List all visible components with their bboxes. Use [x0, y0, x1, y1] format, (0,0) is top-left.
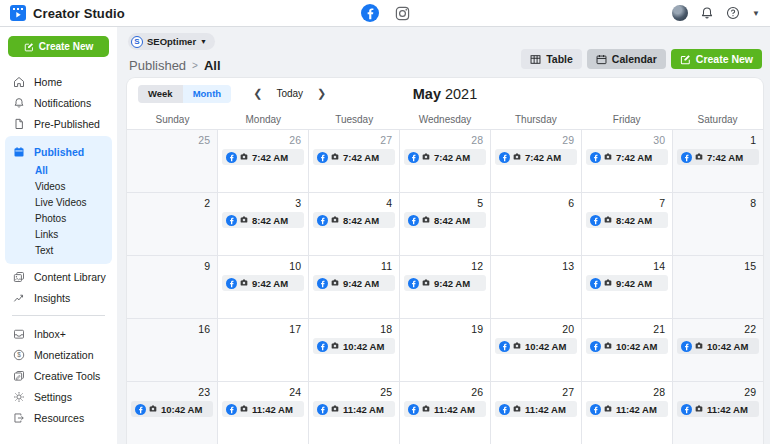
post-chip[interactable]: 8:42 AM	[586, 212, 668, 228]
post-chip[interactable]: 9:42 AM	[586, 275, 668, 291]
post-time: 10:42 AM	[161, 404, 202, 415]
calendar-day-cell[interactable]: 129:42 AM	[400, 256, 491, 318]
calendar-day-cell[interactable]: 277:42 AM	[309, 130, 400, 192]
post-chip[interactable]: 10:42 AM	[313, 338, 395, 354]
calendar-day-cell[interactable]: 8	[673, 193, 763, 255]
calendar-view-button[interactable]: Calendar	[587, 49, 666, 69]
avatar[interactable]	[672, 5, 688, 21]
sidebar-subitem-text[interactable]: Text	[5, 242, 112, 258]
camera-icon	[604, 153, 613, 161]
calendar-day-cell[interactable]: 2	[127, 193, 218, 255]
table-view-button[interactable]: Table	[521, 49, 582, 69]
calendar-day-cell[interactable]: 2811:42 AM	[582, 382, 673, 444]
calendar-day-cell[interactable]: 2511:42 AM	[309, 382, 400, 444]
post-chip[interactable]: 7:42 AM	[222, 149, 304, 165]
sidebar-subitem-all[interactable]: All	[5, 162, 112, 178]
calendar-day-cell[interactable]: 17	[218, 319, 309, 381]
page-selector[interactable]: S SEOptimer ▼	[128, 33, 215, 50]
sidebar-create-new-button[interactable]: Create New	[8, 36, 109, 57]
breadcrumb-parent[interactable]: Published	[129, 58, 186, 73]
post-chip[interactable]: 7:42 AM	[404, 149, 486, 165]
calendar-day-cell[interactable]: 6	[491, 193, 582, 255]
today-button[interactable]: Today	[276, 88, 303, 99]
post-chip[interactable]: 11:42 AM	[404, 401, 486, 417]
sidebar-item-inbox[interactable]: Inbox+	[0, 323, 117, 344]
sidebar-item-monetization[interactable]: $ Monetization	[0, 344, 117, 365]
post-chip[interactable]: 11:42 AM	[677, 401, 759, 417]
post-chip[interactable]: 11:42 AM	[222, 401, 304, 417]
calendar-day-cell[interactable]: 2110:42 AM	[582, 319, 673, 381]
calendar-day-cell[interactable]: 19	[400, 319, 491, 381]
facebook-icon[interactable]	[361, 4, 379, 22]
post-chip[interactable]: 7:42 AM	[677, 149, 759, 165]
chevron-down-icon[interactable]: ▼	[752, 9, 760, 18]
post-chip[interactable]: 10:42 AM	[586, 338, 668, 354]
calendar-day-cell[interactable]: 2210:42 AM	[673, 319, 763, 381]
sidebar-item-notifications[interactable]: Notifications	[0, 92, 117, 113]
calendar-day-cell[interactable]: 38:42 AM	[218, 193, 309, 255]
post-chip[interactable]: 10:42 AM	[495, 338, 577, 354]
sidebar-item-settings[interactable]: Settings	[0, 386, 117, 407]
post-chip[interactable]: 7:42 AM	[586, 149, 668, 165]
calendar-day-cell[interactable]: 2611:42 AM	[400, 382, 491, 444]
sidebar-subitem-photos[interactable]: Photos	[5, 210, 112, 226]
calendar-day-cell[interactable]: 78:42 AM	[582, 193, 673, 255]
calendar-day-cell[interactable]: 15	[673, 256, 763, 318]
calendar-day-cell[interactable]: 2911:42 AM	[673, 382, 763, 444]
calendar-day-cell[interactable]: 307:42 AM	[582, 130, 673, 192]
calendar-day-cell[interactable]: 109:42 AM	[218, 256, 309, 318]
calendar-day-cell[interactable]: 17:42 AM	[673, 130, 763, 192]
post-time: 8:42 AM	[434, 215, 470, 226]
help-icon[interactable]	[726, 6, 740, 20]
post-chip[interactable]: 9:42 AM	[404, 275, 486, 291]
sidebar-subitem-live-videos[interactable]: Live Videos	[5, 194, 112, 210]
create-new-button[interactable]: Create New	[671, 49, 762, 69]
sidebar-item-published[interactable]: Published	[5, 141, 112, 162]
post-chip[interactable]: 7:42 AM	[495, 149, 577, 165]
calendar-day-cell[interactable]: 2711:42 AM	[491, 382, 582, 444]
sidebar-item-content-library[interactable]: Content Library	[0, 266, 117, 287]
sidebar-item-home[interactable]: Home	[0, 71, 117, 92]
bell-icon[interactable]	[700, 6, 714, 20]
sidebar-item-creative-tools[interactable]: Creative Tools	[0, 365, 117, 386]
post-chip[interactable]: 11:42 AM	[495, 401, 577, 417]
calendar-day-cell[interactable]: 16	[127, 319, 218, 381]
post-time: 11:42 AM	[707, 404, 748, 415]
calendar-day-cell[interactable]: 267:42 AM	[218, 130, 309, 192]
calendar-day-cell[interactable]: 48:42 AM	[309, 193, 400, 255]
instagram-icon[interactable]	[395, 6, 410, 21]
post-chip[interactable]: 10:42 AM	[677, 338, 759, 354]
post-chip[interactable]: 9:42 AM	[222, 275, 304, 291]
calendar-day-cell[interactable]: 297:42 AM	[491, 130, 582, 192]
sidebar-item-pre-published[interactable]: Pre-Published	[0, 113, 117, 134]
calendar-day-cell[interactable]: 9	[127, 256, 218, 318]
calendar-day-cell[interactable]: 149:42 AM	[582, 256, 673, 318]
calendar-day-cell[interactable]: 1810:42 AM	[309, 319, 400, 381]
week-toggle-button[interactable]: Week	[138, 85, 183, 103]
post-chip[interactable]: 8:42 AM	[313, 212, 395, 228]
chevron-left-icon[interactable]: ❮	[249, 87, 266, 100]
post-chip[interactable]: 8:42 AM	[404, 212, 486, 228]
chevron-right-icon[interactable]: ❯	[313, 87, 330, 100]
sidebar-subitem-videos[interactable]: Videos	[5, 178, 112, 194]
calendar-day-cell[interactable]: 2411:42 AM	[218, 382, 309, 444]
calendar-day-cell[interactable]: 287:42 AM	[400, 130, 491, 192]
post-chip[interactable]: 11:42 AM	[586, 401, 668, 417]
post-chip[interactable]: 10:42 AM	[131, 401, 213, 417]
calendar-day-cell[interactable]: 2010:42 AM	[491, 319, 582, 381]
calendar-day-cell[interactable]: 13	[491, 256, 582, 318]
post-chip[interactable]: 9:42 AM	[313, 275, 395, 291]
month-toggle-button[interactable]: Month	[183, 85, 232, 103]
post-chip[interactable]: 8:42 AM	[222, 212, 304, 228]
calendar-day-cell[interactable]: 2310:42 AM	[127, 382, 218, 444]
calendar-day-cell[interactable]: 119:42 AM	[309, 256, 400, 318]
sidebar-item-resources[interactable]: Resources	[0, 407, 117, 428]
sidebar-subitem-links[interactable]: Links	[5, 226, 112, 242]
post-time: 10:42 AM	[525, 341, 566, 352]
post-chip[interactable]: 11:42 AM	[313, 401, 395, 417]
sidebar-item-insights[interactable]: Insights	[0, 287, 117, 308]
calendar-day-cell[interactable]: 25	[127, 130, 218, 192]
calendar-day-cell[interactable]: 58:42 AM	[400, 193, 491, 255]
day-number: 25	[313, 385, 395, 401]
post-chip[interactable]: 7:42 AM	[313, 149, 395, 165]
